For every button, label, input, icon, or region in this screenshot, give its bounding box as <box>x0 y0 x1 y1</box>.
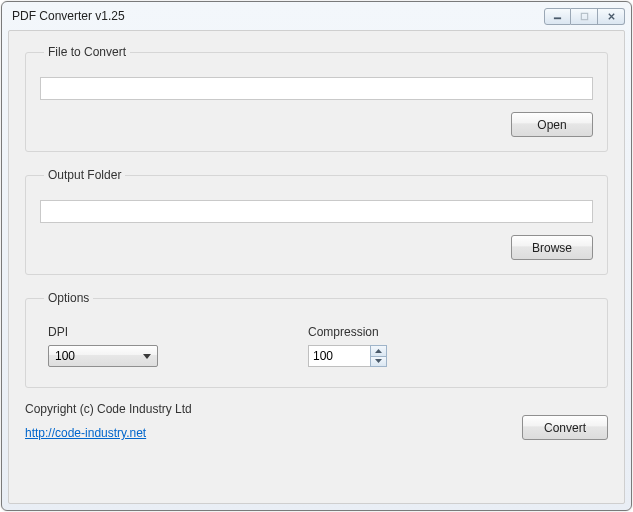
open-button[interactable]: Open <box>511 112 593 137</box>
close-icon <box>607 12 616 21</box>
output-folder-group: Output Folder Browse <box>25 168 608 275</box>
dpi-combobox[interactable]: 100 <box>48 345 158 367</box>
compression-label: Compression <box>308 325 387 339</box>
output-folder-legend: Output Folder <box>44 168 125 182</box>
copyright-text: Copyright (c) Code Industry Ltd <box>25 402 192 416</box>
output-folder-input[interactable] <box>40 200 593 223</box>
app-window: PDF Converter v1.25 File to Convert Open… <box>1 1 632 511</box>
svg-marker-3 <box>375 359 382 363</box>
compression-spinner <box>308 345 387 367</box>
dpi-value: 100 <box>55 349 143 363</box>
footer: Copyright (c) Code Industry Ltd http://c… <box>25 402 608 440</box>
close-button[interactable] <box>598 8 625 25</box>
maximize-icon <box>580 12 589 21</box>
file-to-convert-group: File to Convert Open <box>25 45 608 152</box>
dpi-label: DPI <box>48 325 248 339</box>
options-group: Options DPI 100 Compression <box>25 291 608 388</box>
svg-rect-1 <box>581 13 587 19</box>
compression-step-down[interactable] <box>370 357 387 368</box>
file-to-convert-legend: File to Convert <box>44 45 130 59</box>
maximize-button <box>571 8 598 25</box>
minimize-button[interactable] <box>544 8 571 25</box>
browse-button[interactable]: Browse <box>511 235 593 260</box>
file-to-convert-input[interactable] <box>40 77 593 100</box>
chevron-down-icon <box>143 354 151 359</box>
svg-rect-0 <box>554 17 561 19</box>
compression-step-up[interactable] <box>370 345 387 357</box>
convert-button[interactable]: Convert <box>522 415 608 440</box>
minimize-icon <box>553 12 562 21</box>
compression-input[interactable] <box>308 345 370 367</box>
window-title: PDF Converter v1.25 <box>12 9 544 23</box>
options-legend: Options <box>44 291 93 305</box>
chevron-down-icon <box>375 359 382 363</box>
website-link[interactable]: http://code-industry.net <box>25 426 192 440</box>
client-area: File to Convert Open Output Folder Brows… <box>8 30 625 504</box>
svg-marker-2 <box>375 349 382 353</box>
titlebar: PDF Converter v1.25 <box>2 2 631 30</box>
chevron-up-icon <box>375 349 382 353</box>
window-controls <box>544 8 625 25</box>
